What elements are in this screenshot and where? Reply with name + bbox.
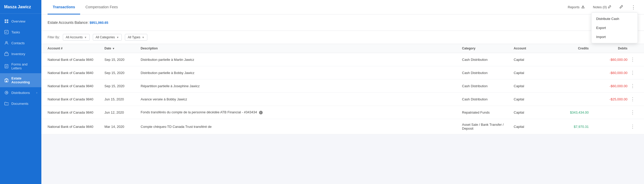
tab-compensation[interactable]: Compensation Fees [80, 0, 123, 14]
svg-rect-7 [5, 64, 8, 68]
col-header-actions [627, 47, 638, 50]
cell-date: Sep 15, 2020 [104, 71, 141, 75]
cell-account-type: Capital [514, 97, 550, 101]
more-menu-button[interactable]: ⋮ [629, 3, 638, 12]
dropdown-item-export[interactable]: Export [592, 23, 638, 32]
balance-label: Estate Accounts Balance: [48, 20, 89, 25]
cell-account-type: Capital [514, 84, 550, 88]
sidebar-item-label: Forms and Letters [11, 62, 37, 70]
cell-debits: -$60,000.00 [589, 84, 627, 88]
dropdown-menu: Distribute Cash Export Import [591, 12, 638, 43]
tab-transactions[interactable]: Transactions [48, 0, 80, 14]
box-icon [4, 51, 9, 56]
cell-credits: $7,970.31 [550, 125, 589, 129]
row-more-button[interactable]: ⋮ [630, 124, 635, 129]
filter-type-value: All Types [128, 35, 140, 39]
cell-category: Cash Distribution [462, 71, 514, 75]
cell-date: Mar 14, 2020 [104, 125, 141, 129]
tasks-icon [4, 30, 9, 34]
col-header-category: Category [462, 47, 514, 50]
cell-actions: ⋮ [627, 70, 638, 76]
dropdown-item-import[interactable]: Import [592, 32, 638, 41]
notes-label: Notes (0) [593, 5, 607, 9]
sidebar-item-contacts[interactable]: Contacts [0, 38, 41, 48]
col-header-description: Description [141, 47, 462, 50]
filter-category-select[interactable]: All Categories ▼ [93, 34, 122, 41]
main-content: Transactions Compensation Fees Reports N… [41, 0, 644, 184]
notes-button[interactable]: Notes (0) [591, 3, 613, 11]
cell-debits: -$60,000.00 [589, 71, 627, 75]
pencil-icon [608, 5, 611, 9]
doc-icon [4, 64, 9, 69]
header-actions: Reports Notes (0) [566, 3, 638, 12]
svg-rect-1 [7, 19, 8, 21]
cell-category: Asset Sale / Bank Transfer / Deposit [462, 123, 514, 130]
cell-description: Distribution partielle à Bobby Jawicz [141, 71, 462, 75]
cell-category: Cash Distribution [462, 84, 514, 88]
cell-account-type: Capital [514, 58, 550, 62]
table-body: National Bank of Canada 9840 Sep 15, 202… [41, 53, 644, 134]
dropdown-item-distribute[interactable]: Distribute Cash [592, 14, 638, 23]
sidebar-item-label: Contacts [11, 41, 25, 45]
cell-description: Répartition partielle à Josephine Jawicz [141, 84, 462, 88]
sidebar-item-distributions[interactable]: Distributions › [0, 87, 41, 98]
sidebar-item-overview[interactable]: Overview [0, 16, 41, 27]
filter-account-value: All Accounts [66, 35, 82, 39]
cell-debits: -$25,000.00 [589, 97, 627, 101]
table-row: National Bank of Canada 9840 Jun 12, 202… [41, 106, 644, 119]
chevron-right-icon: › [36, 91, 37, 94]
col-header-debits: Debits [589, 47, 627, 50]
balance-bar: Estate Accounts Balance: $951,060.65 Tra… [41, 14, 644, 31]
info-icon[interactable]: i [259, 111, 263, 114]
sidebar-item-forms[interactable]: Forms and Letters [0, 59, 41, 73]
cell-actions: ⋮ [627, 96, 638, 102]
distributions-icon [4, 90, 9, 95]
sidebar-item-label: Inventory [11, 52, 25, 56]
sidebar-item-documents[interactable]: Documents [0, 98, 41, 109]
folder-icon [4, 101, 9, 106]
svg-point-5 [6, 41, 7, 43]
row-more-button[interactable]: ⋮ [630, 57, 635, 62]
cell-category: Cash Distribution [462, 97, 514, 101]
cell-account-type: Capital [514, 111, 550, 114]
sidebar: Masza Jawicz Overview Tasks [0, 0, 41, 184]
row-more-button[interactable]: ⋮ [630, 70, 635, 76]
cell-description: Fonds transférés du compte de la personn… [141, 110, 462, 114]
col-header-account-type: Account [514, 47, 550, 50]
col-header-account: Account # [48, 47, 104, 50]
row-more-button[interactable]: ⋮ [630, 96, 635, 102]
ellipsis-icon: ⋮ [631, 5, 636, 10]
balance-info: Estate Accounts Balance: $951,060.65 [48, 20, 108, 25]
filter-type-select[interactable]: All Types ▼ [125, 34, 147, 41]
cell-category: Cash Distribution [462, 58, 514, 62]
cell-account: National Bank of Canada 9840 [48, 111, 104, 114]
sidebar-item-label: Overview [11, 19, 25, 23]
row-more-button[interactable]: ⋮ [630, 83, 635, 89]
cell-account: National Bank of Canada 9840 [48, 71, 104, 75]
cell-actions: ⋮ [627, 124, 638, 129]
sidebar-item-label: Distributions [11, 91, 30, 95]
grid-icon [4, 19, 9, 24]
reports-label: Reports [568, 5, 580, 9]
sort-icon: ▼ [112, 47, 115, 50]
export-icon [581, 5, 585, 9]
reports-button[interactable]: Reports [566, 3, 587, 11]
col-header-date[interactable]: Date ▼ [104, 47, 141, 50]
sidebar-item-tasks[interactable]: Tasks [0, 27, 41, 38]
sidebar-item-estate[interactable]: Estate Accounting [0, 73, 41, 87]
sidebar-item-inventory[interactable]: Inventory [0, 48, 41, 59]
balance-amount: $951,060.65 [89, 21, 108, 25]
person-icon [4, 41, 9, 45]
cell-actions: ⋮ [627, 83, 638, 89]
cell-description: Avance versée à Bobby Jawicz [141, 97, 462, 101]
table-row: National Bank of Canada 9840 Sep 15, 202… [41, 66, 644, 79]
filter-account-select[interactable]: All Accounts ▼ [63, 34, 89, 41]
transactions-table: Account # Date ▼ Description Category Ac… [41, 44, 644, 134]
col-header-credits: Credits [550, 47, 589, 50]
cell-date: Jun 15, 2020 [104, 97, 141, 101]
row-more-button[interactable]: ⋮ [630, 109, 635, 115]
filter-by-label: Filter By: [48, 35, 60, 39]
edit-button[interactable] [618, 3, 625, 11]
cell-debits: -$60,000.00 [589, 58, 627, 62]
cell-description: Distribution partielle à Martin Jawicz [141, 58, 462, 62]
